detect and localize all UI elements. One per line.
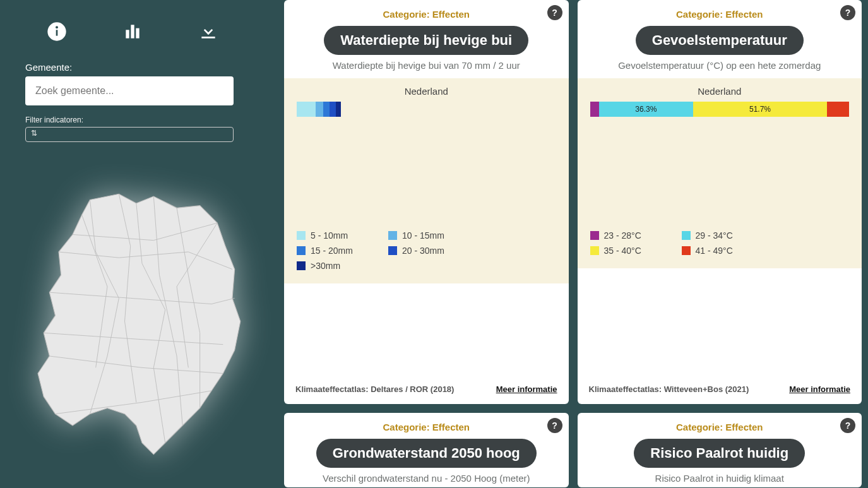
info-icon[interactable] <box>44 19 69 44</box>
legend-item: 29 - 34°C <box>682 230 761 241</box>
stats-icon[interactable] <box>120 19 145 44</box>
legend: 5 - 10mm 10 - 15mm 15 - 20mm 20 - 30mm >… <box>297 230 556 271</box>
card-footer: Klimaateffectatlas: Deltares / ROR (2018… <box>284 374 569 404</box>
card-grondwaterstand: ? Categorie: Effecten Grondwaterstand 20… <box>284 413 569 487</box>
region-label: Nederland <box>297 86 556 97</box>
more-info-link[interactable]: Meer informatie <box>789 384 850 394</box>
swatch <box>316 102 323 117</box>
help-icon[interactable]: ? <box>547 5 562 20</box>
search-input[interactable] <box>25 76 234 105</box>
help-icon[interactable]: ? <box>547 418 562 433</box>
filter-label: Filter indicatoren: <box>25 116 259 124</box>
region-label: Nederland <box>590 86 850 97</box>
card-gevoelstemperatuur: ? Categorie: Effecten Gevoelstemperatuur… <box>578 0 862 404</box>
chart-area: Nederland 5 - 10mm 10 - 15mm 15 - 20mm 2… <box>284 78 569 283</box>
svg-point-2 <box>56 26 58 28</box>
gemeente-group: Gemeente: <box>25 62 259 105</box>
sidebar: Gemeente: Filter indicatoren: <box>0 0 284 488</box>
netherlands-map[interactable] <box>25 167 259 475</box>
help-icon[interactable]: ? <box>840 5 855 20</box>
stacked-bar: 36.3% 51.7% <box>590 102 850 117</box>
card-footer: Klimaateffectatlas: Witteveen+Bos (2021)… <box>578 374 862 404</box>
card-waterdiepte: ? Categorie: Effecten Waterdiepte bij he… <box>284 0 569 404</box>
legend-item: 41 - 49°C <box>682 246 761 256</box>
svg-rect-4 <box>131 25 134 38</box>
legend-item: 23 - 28°C <box>590 230 669 241</box>
svg-rect-3 <box>126 30 129 38</box>
bar-seg <box>590 102 599 117</box>
swatch <box>336 102 341 117</box>
source-text: Klimaateffectatlas: Witteveen+Bos (2021) <box>589 384 749 394</box>
legend-item: 15 - 20mm <box>297 246 376 256</box>
card-title[interactable]: Gevoelstemperatuur <box>636 26 804 55</box>
download-icon[interactable] <box>196 19 221 44</box>
bar-seg <box>827 102 849 117</box>
card-title[interactable]: Waterdiepte bij hevige bui <box>324 26 528 55</box>
card-subtitle: Risico Paalrot in huidig klimaat <box>578 473 862 484</box>
chart-area: Nederland 36.3% 51.7% 23 - 28°C 29 - 34°… <box>578 78 862 268</box>
card-category: Categorie: Effecten <box>578 0 862 20</box>
card-title[interactable]: Risico Paalrot huidig <box>634 439 805 468</box>
swatch <box>323 102 330 117</box>
svg-rect-5 <box>136 28 139 39</box>
card-title[interactable]: Grondwaterstand 2050 hoog <box>316 439 537 468</box>
more-info-link[interactable]: Meer informatie <box>496 384 557 394</box>
legend-item: 10 - 15mm <box>388 230 467 241</box>
svg-rect-1 <box>56 30 58 35</box>
filter-select[interactable] <box>25 127 234 142</box>
legend-item: >30mm <box>297 261 376 271</box>
legend-item: 35 - 40°C <box>590 246 669 256</box>
card-subtitle: Verschil grondwaterstand nu - 2050 Hoog … <box>284 473 569 484</box>
gemeente-label: Gemeente: <box>25 62 259 73</box>
source-text: Klimaateffectatlas: Deltares / ROR (2018… <box>295 384 454 394</box>
swatch-bar <box>297 102 556 117</box>
card-category: Categorie: Effecten <box>284 0 569 20</box>
card-grid: ? Categorie: Effecten Waterdiepte bij he… <box>284 0 868 488</box>
swatch <box>330 102 336 117</box>
card-subtitle: Gevoelstemperatuur (°C) op een hete zome… <box>578 60 862 71</box>
card-risico-paalrot: ? Categorie: Effecten Risico Paalrot hui… <box>578 413 862 487</box>
card-category: Categorie: Effecten <box>284 413 569 432</box>
help-icon[interactable]: ? <box>840 418 855 433</box>
swatch <box>297 102 316 117</box>
legend-item: 5 - 10mm <box>297 230 376 241</box>
card-subtitle: Waterdiepte bij hevige bui van 70 mm / 2… <box>284 60 569 71</box>
bar-seg: 51.7% <box>693 102 827 117</box>
legend: 23 - 28°C 29 - 34°C 35 - 40°C 41 - 49°C <box>590 230 850 256</box>
card-category: Categorie: Effecten <box>578 413 862 432</box>
sidebar-icon-row <box>25 13 259 57</box>
bar-seg: 36.3% <box>599 102 693 117</box>
legend-item: 20 - 30mm <box>388 246 467 256</box>
